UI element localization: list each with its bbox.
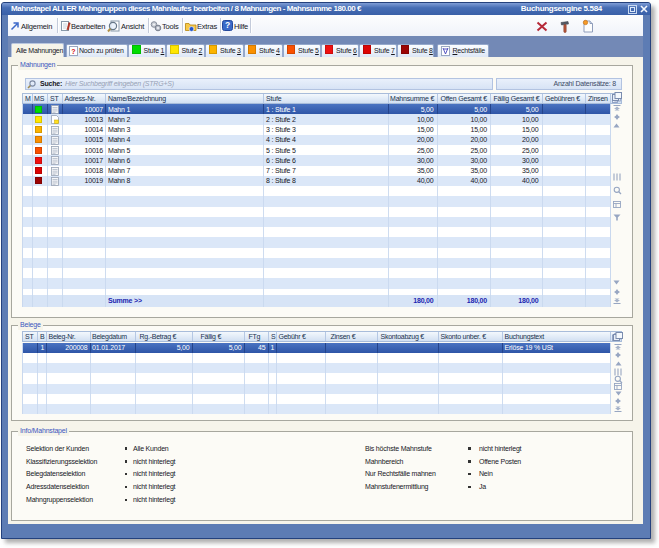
svg-text:?: ? (225, 20, 230, 30)
svg-text:?: ? (71, 48, 75, 55)
